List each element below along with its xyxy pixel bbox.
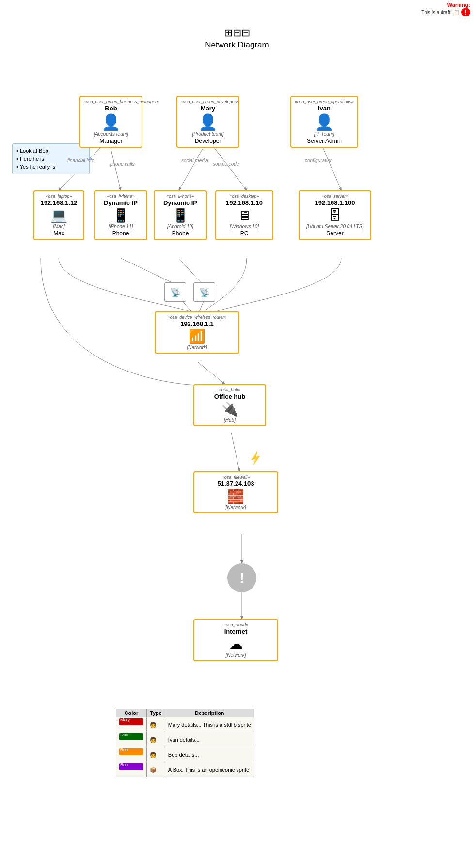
- server-icon-top: ⊞⊟⊟: [0, 27, 474, 39]
- callout-line-1: • Look at Bob: [16, 147, 85, 155]
- ivan-label: [IT Team]: [294, 131, 354, 137]
- bob-stereotype: «osa_user_green_business_manager»: [83, 99, 139, 105]
- firewall-icon: 🧱: [197, 490, 274, 503]
- warning-badge: Warning: This is a draft! 📋 !: [421, 2, 470, 16]
- firewall-node: «osa_firewall» 51.37.24.103 🧱 [Network]: [193, 471, 278, 513]
- hub-name: Office hub: [197, 393, 262, 401]
- mary-icon: 👤: [180, 114, 236, 130]
- firewall-stereotype: «osa_firewall»: [197, 475, 274, 480]
- router-label: [Network]: [158, 345, 236, 350]
- lightning-icon: ⚡: [248, 450, 264, 466]
- router-icon: 📶: [158, 330, 236, 343]
- phone2-name: Dynamic IP: [158, 199, 203, 207]
- server-name: 192.168.1.100: [302, 199, 367, 207]
- server-caption: Server: [302, 230, 367, 237]
- legend-color-bob2: Bob: [116, 762, 147, 777]
- legend-color-bob: Bob: [116, 747, 147, 762]
- ivan-stereotype: «osa_user_green_operations»: [294, 99, 354, 105]
- mac-node: «osa_laptop» 192.168.1.12 💻 [Mac] Mac: [33, 190, 84, 240]
- phone2-label: [Android 10]: [158, 224, 203, 229]
- phone1-name: Dynamic IP: [98, 199, 143, 207]
- server-stereotype: «osa_server»: [302, 194, 367, 199]
- svg-line-10: [231, 433, 239, 471]
- phone2-node: «osa_iPhone» Dynamic IP 📱 [Android 10] P…: [154, 190, 207, 240]
- draft-text: This is a draft!: [421, 10, 452, 15]
- pc-caption: PC: [219, 230, 269, 237]
- phone2-stereotype: «osa_iPhone»: [158, 194, 203, 199]
- legend-row-mary: Mary 🧑 Mary details... This is a stdlib …: [116, 717, 254, 732]
- hub-icon: 🔌: [197, 403, 262, 416]
- legend-type-mary: 🧑: [147, 717, 165, 732]
- mary-caption: Developer: [180, 138, 236, 144]
- legend-row-ivan: Ivan 🧑 Ivan details...: [116, 732, 254, 747]
- svg-line-9: [198, 362, 225, 384]
- antenna2-box: 📡: [193, 282, 215, 302]
- edge-social: social media: [181, 158, 208, 163]
- phone1-stereotype: «osa_iPhone»: [98, 194, 143, 199]
- phone1-label: [iPhone 11]: [98, 224, 143, 229]
- internet-stereotype: «osa_cloud»: [197, 622, 274, 628]
- legend-desc-bob: Bob details...: [165, 747, 254, 762]
- legend-table: Color Type Description Mary 🧑 Mary detai…: [116, 709, 254, 777]
- firewall-name: 51.37.24.103: [197, 480, 274, 488]
- pc-name: 192.168.1.10: [219, 199, 269, 207]
- antenna1-icon: 📡: [170, 288, 181, 297]
- server-node: «osa_server» 192.168.1.100 🗄 [Ubuntu Ser…: [299, 190, 371, 240]
- legend-header-type: Type: [147, 709, 165, 717]
- legend-color-mary: Mary: [116, 717, 147, 732]
- firewall-label: [Network]: [197, 505, 274, 510]
- phone2-caption: Phone: [158, 230, 203, 237]
- warning-label: Warning:: [447, 2, 470, 8]
- hub-label: [Hub]: [197, 418, 262, 423]
- legend-type-bob2: 📦: [147, 762, 165, 777]
- ivan-node: «osa_user_green_operations» Ivan 👤 [IT T…: [290, 96, 358, 148]
- legend-row-bob: Bob 🧑 Bob details...: [116, 747, 254, 762]
- phone1-node: «osa_iPhone» Dynamic IP 📱 [iPhone 11] Ph…: [94, 190, 147, 240]
- ivan-name: Ivan: [294, 105, 354, 113]
- mac-caption: Mac: [37, 230, 80, 237]
- diagram-title-area: ⊞⊟⊟ Network Diagram: [0, 0, 474, 50]
- pc-icon: 🖥: [219, 209, 269, 222]
- legend-type-bob: 🧑: [147, 747, 165, 762]
- legend-type-ivan: 🧑: [147, 732, 165, 747]
- legend-desc-bob2: A Box. This is an openiconic sprite: [165, 762, 254, 777]
- mac-name: 192.168.1.12: [37, 199, 80, 207]
- hub-stereotype: «osa_hub»: [197, 388, 262, 393]
- mary-label: [Product team]: [180, 131, 236, 137]
- pc-label: [Windows 10]: [219, 224, 269, 229]
- mary-stereotype: «osa_user_green_developer»: [180, 99, 236, 105]
- bob-icon: 👤: [83, 114, 139, 130]
- edge-financial: financial info: [67, 158, 95, 163]
- router-node: «osa_device_wireless_router» 192.168.1.1…: [155, 311, 239, 354]
- phone2-icon: 📱: [158, 209, 203, 222]
- svg-line-6: [179, 258, 201, 282]
- bob-name: Bob: [83, 105, 139, 113]
- server-icon: 🗄: [302, 209, 367, 222]
- legend-header-color: Color: [116, 709, 147, 717]
- legend-color-ivan: Ivan: [116, 732, 147, 747]
- internet-name: Internet: [197, 628, 274, 636]
- internet-node: «osa_cloud» Internet ☁ [Network]: [193, 619, 278, 661]
- svg-line-5: [121, 258, 172, 282]
- mary-name: Mary: [180, 105, 236, 113]
- bob-node: «osa_user_green_business_manager» Bob 👤 …: [79, 96, 142, 148]
- legend-row-bob2: Bob 📦 A Box. This is an openiconic sprit…: [116, 762, 254, 777]
- edge-config: configuration: [305, 158, 332, 163]
- antenna2-icon: 📡: [199, 288, 210, 297]
- warning-draft: This is a draft! 📋 !: [421, 8, 470, 16]
- phone1-caption: Phone: [98, 230, 143, 237]
- internet-label: [Network]: [197, 652, 274, 658]
- mac-label: [Mac]: [37, 224, 80, 229]
- ivan-icon: 👤: [294, 114, 354, 130]
- bob-label: [Accounts team]: [83, 131, 139, 137]
- mary-node: «osa_user_green_developer» Mary 👤 [Produ…: [176, 96, 239, 148]
- server-label: [Ubuntu Server 20.04 LTS]: [302, 224, 367, 229]
- mac-icon: 💻: [37, 209, 80, 222]
- pc-stereotype: «osa_desktop»: [219, 194, 269, 199]
- legend-desc-mary: Mary details... This is a stdlib sprite: [165, 717, 254, 732]
- edge-source: source code: [213, 161, 239, 167]
- mac-stereotype: «osa_laptop»: [37, 194, 80, 199]
- exclamation-icon: !: [239, 570, 244, 586]
- ivan-caption: Server Admin: [294, 138, 354, 144]
- bob-caption: Manager: [83, 138, 139, 144]
